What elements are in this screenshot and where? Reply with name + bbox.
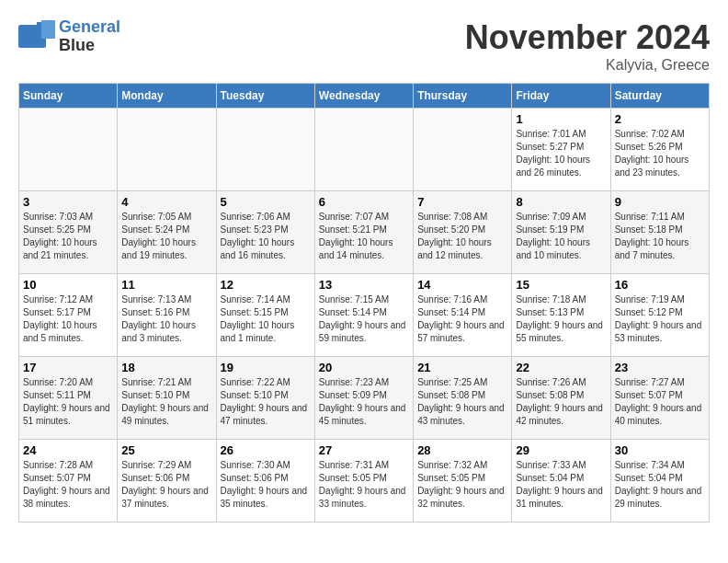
day-number: 19 — [221, 361, 311, 374]
day-info: Sunrise: 7:03 AMSunset: 5:25 PMDaylight:… — [23, 211, 113, 262]
day-number: 18 — [121, 361, 211, 374]
calendar-cell: 26Sunrise: 7:30 AMSunset: 5:06 PMDayligh… — [216, 440, 314, 523]
calendar-cell: 14Sunrise: 7:16 AMSunset: 5:14 PMDayligh… — [414, 274, 512, 357]
logo-blue: Blue — [59, 37, 120, 55]
day-number: 13 — [319, 278, 409, 292]
day-info: Sunrise: 7:01 AMSunset: 5:27 PMDaylight:… — [516, 128, 606, 179]
day-info: Sunrise: 7:25 AMSunset: 5:08 PMDaylight:… — [417, 376, 507, 428]
location: Kalyvia, Greece — [465, 57, 710, 74]
day-number: 5 — [221, 195, 311, 209]
day-number: 3 — [23, 195, 113, 209]
calendar-cell — [314, 109, 413, 191]
day-info: Sunrise: 7:33 AMSunset: 5:04 PMDaylight:… — [516, 459, 606, 511]
weekday-header: Sunday — [19, 84, 118, 109]
day-info: Sunrise: 7:08 AMSunset: 5:20 PMDaylight:… — [417, 211, 507, 262]
calendar-cell: 10Sunrise: 7:12 AMSunset: 5:17 PMDayligh… — [19, 274, 118, 357]
weekday-header: Monday — [118, 84, 216, 109]
day-number: 27 — [319, 443, 409, 457]
day-info: Sunrise: 7:20 AMSunset: 5:11 PMDaylight:… — [23, 376, 113, 428]
calendar-cell: 20Sunrise: 7:23 AMSunset: 5:09 PMDayligh… — [314, 357, 413, 440]
weekday-header: Tuesday — [216, 84, 314, 109]
calendar-cell: 16Sunrise: 7:19 AMSunset: 5:12 PMDayligh… — [610, 274, 709, 357]
day-number: 4 — [121, 195, 211, 209]
day-number: 9 — [615, 195, 705, 209]
day-info: Sunrise: 7:11 AMSunset: 5:18 PMDaylight:… — [615, 211, 705, 262]
calendar-cell: 5Sunrise: 7:06 AMSunset: 5:23 PMDaylight… — [216, 191, 314, 274]
weekday-header: Wednesday — [314, 84, 413, 109]
day-number: 14 — [417, 278, 507, 292]
calendar-cell — [414, 109, 512, 191]
calendar-cell: 25Sunrise: 7:29 AMSunset: 5:06 PMDayligh… — [118, 440, 216, 523]
weekday-header: Friday — [512, 84, 610, 109]
day-info: Sunrise: 7:18 AMSunset: 5:13 PMDaylight:… — [516, 293, 606, 345]
day-number: 20 — [319, 361, 409, 374]
day-info: Sunrise: 7:14 AMSunset: 5:15 PMDaylight:… — [221, 293, 311, 345]
day-number: 24 — [23, 443, 113, 457]
day-number: 23 — [615, 361, 705, 374]
day-info: Sunrise: 7:12 AMSunset: 5:17 PMDaylight:… — [23, 293, 113, 345]
day-number: 29 — [516, 443, 606, 457]
calendar-cell: 11Sunrise: 7:13 AMSunset: 5:16 PMDayligh… — [118, 274, 216, 357]
day-info: Sunrise: 7:06 AMSunset: 5:23 PMDaylight:… — [221, 211, 311, 262]
weekday-header: Thursday — [414, 84, 512, 109]
calendar-cell: 23Sunrise: 7:27 AMSunset: 5:07 PMDayligh… — [610, 357, 709, 440]
day-number: 10 — [23, 278, 113, 292]
calendar-cell: 22Sunrise: 7:26 AMSunset: 5:08 PMDayligh… — [512, 357, 610, 440]
calendar-cell: 29Sunrise: 7:33 AMSunset: 5:04 PMDayligh… — [512, 440, 610, 523]
calendar-cell: 21Sunrise: 7:25 AMSunset: 5:08 PMDayligh… — [414, 357, 512, 440]
day-info: Sunrise: 7:05 AMSunset: 5:24 PMDaylight:… — [121, 211, 211, 262]
calendar-cell: 24Sunrise: 7:28 AMSunset: 5:07 PMDayligh… — [19, 440, 118, 523]
logo-text: General Blue — [59, 18, 120, 55]
day-info: Sunrise: 7:29 AMSunset: 5:06 PMDaylight:… — [121, 459, 211, 511]
day-number: 21 — [417, 361, 507, 374]
logo: General Blue — [18, 18, 120, 55]
day-info: Sunrise: 7:07 AMSunset: 5:21 PMDaylight:… — [319, 211, 409, 262]
calendar-week-row: 3Sunrise: 7:03 AMSunset: 5:25 PMDaylight… — [19, 191, 710, 274]
day-info: Sunrise: 7:30 AMSunset: 5:06 PMDaylight:… — [221, 459, 311, 511]
day-number: 30 — [615, 443, 705, 457]
calendar-cell: 2Sunrise: 7:02 AMSunset: 5:26 PMDaylight… — [610, 109, 709, 191]
calendar-cell: 17Sunrise: 7:20 AMSunset: 5:11 PMDayligh… — [19, 357, 118, 440]
calendar-cell — [118, 109, 216, 191]
day-info: Sunrise: 7:28 AMSunset: 5:07 PMDaylight:… — [23, 459, 113, 511]
logo-icon — [18, 20, 55, 52]
day-number: 16 — [615, 278, 705, 292]
day-info: Sunrise: 7:32 AMSunset: 5:05 PMDaylight:… — [417, 459, 507, 511]
day-number: 11 — [121, 278, 211, 292]
calendar-week-row: 17Sunrise: 7:20 AMSunset: 5:11 PMDayligh… — [19, 357, 710, 440]
calendar-cell — [216, 109, 314, 191]
calendar-cell: 28Sunrise: 7:32 AMSunset: 5:05 PMDayligh… — [414, 440, 512, 523]
weekday-header: Saturday — [610, 84, 709, 109]
calendar-cell: 12Sunrise: 7:14 AMSunset: 5:15 PMDayligh… — [216, 274, 314, 357]
day-number: 26 — [221, 443, 311, 457]
calendar-cell: 27Sunrise: 7:31 AMSunset: 5:05 PMDayligh… — [314, 440, 413, 523]
day-number: 15 — [516, 278, 606, 292]
day-info: Sunrise: 7:13 AMSunset: 5:16 PMDaylight:… — [121, 293, 211, 345]
day-number: 28 — [417, 443, 507, 457]
day-number: 7 — [417, 195, 507, 209]
day-number: 12 — [221, 278, 311, 292]
day-info: Sunrise: 7:34 AMSunset: 5:04 PMDaylight:… — [615, 459, 705, 511]
day-number: 1 — [516, 112, 606, 126]
calendar-cell: 4Sunrise: 7:05 AMSunset: 5:24 PMDaylight… — [118, 191, 216, 274]
calendar-cell: 6Sunrise: 7:07 AMSunset: 5:21 PMDaylight… — [314, 191, 413, 274]
logo-general: General — [59, 17, 120, 36]
calendar-week-row: 10Sunrise: 7:12 AMSunset: 5:17 PMDayligh… — [19, 274, 710, 357]
calendar-table: SundayMondayTuesdayWednesdayThursdayFrid… — [18, 83, 710, 523]
calendar-cell: 7Sunrise: 7:08 AMSunset: 5:20 PMDaylight… — [414, 191, 512, 274]
day-info: Sunrise: 7:27 AMSunset: 5:07 PMDaylight:… — [615, 376, 705, 428]
calendar-cell: 3Sunrise: 7:03 AMSunset: 5:25 PMDaylight… — [19, 191, 118, 274]
day-info: Sunrise: 7:31 AMSunset: 5:05 PMDaylight:… — [319, 459, 409, 511]
day-info: Sunrise: 7:23 AMSunset: 5:09 PMDaylight:… — [319, 376, 409, 428]
calendar-header-row: SundayMondayTuesdayWednesdayThursdayFrid… — [19, 84, 710, 109]
calendar-cell: 1Sunrise: 7:01 AMSunset: 5:27 PMDaylight… — [512, 109, 610, 191]
day-info: Sunrise: 7:09 AMSunset: 5:19 PMDaylight:… — [516, 211, 606, 262]
day-info: Sunrise: 7:26 AMSunset: 5:08 PMDaylight:… — [516, 376, 606, 428]
calendar-cell: 13Sunrise: 7:15 AMSunset: 5:14 PMDayligh… — [314, 274, 413, 357]
calendar-cell: 19Sunrise: 7:22 AMSunset: 5:10 PMDayligh… — [216, 357, 314, 440]
month-title: November 2024 — [465, 18, 710, 57]
calendar-week-row: 1Sunrise: 7:01 AMSunset: 5:27 PMDaylight… — [19, 109, 710, 191]
day-info: Sunrise: 7:16 AMSunset: 5:14 PMDaylight:… — [417, 293, 507, 345]
calendar-cell: 18Sunrise: 7:21 AMSunset: 5:10 PMDayligh… — [118, 357, 216, 440]
page-header: General Blue November 2024 Kalyvia, Gree… — [18, 18, 710, 74]
